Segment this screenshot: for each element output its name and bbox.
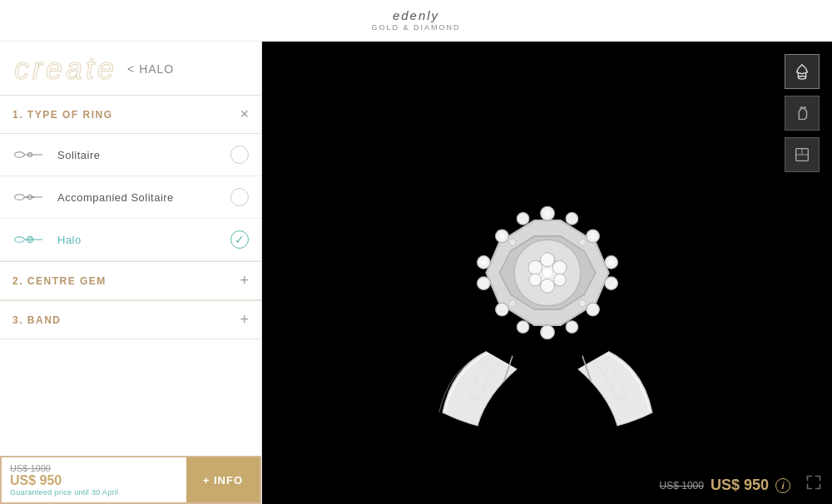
create-header: create < HALO — [0, 42, 261, 95]
close-icon: × — [240, 106, 249, 123]
svg-point-39 — [608, 259, 613, 264]
logo-sub: gold & diamond — [371, 23, 460, 32]
svg-point-20 — [604, 277, 617, 290]
svg-point-3 — [15, 195, 25, 200]
halo-radio[interactable]: ✓ — [230, 230, 249, 249]
ring-options: Solitaire Accompanied Solitaire — [0, 134, 261, 261]
price-info: US$ 1000 US$ 950 Guaranteed price until … — [2, 457, 186, 502]
right-panel: US$ 1000 US$ 950 i — [262, 42, 832, 504]
ring-option-accompanied[interactable]: Accompanied Solitaire — [0, 176, 261, 219]
svg-point-21 — [495, 303, 508, 316]
svg-point-6 — [26, 196, 27, 198]
svg-point-43 — [578, 300, 585, 307]
svg-point-0 — [15, 152, 25, 158]
svg-point-28 — [527, 260, 542, 274]
svg-point-40 — [508, 239, 515, 245]
main-content: create < HALO 1. TYPE OF RING × Solitair… — [0, 42, 832, 504]
left-panel: create < HALO 1. TYPE OF RING × Solitair… — [0, 42, 262, 504]
bottom-price-right: US$ 1000 US$ 950 i — [660, 477, 790, 494]
back-label[interactable]: < HALO — [127, 62, 174, 76]
svg-point-38 — [481, 259, 486, 264]
ring-option-halo[interactable]: Halo ✓ — [0, 219, 261, 261]
ring-display — [262, 42, 832, 504]
svg-point-22 — [586, 303, 599, 316]
svg-point-13 — [517, 213, 529, 225]
create-title: create — [12, 50, 119, 88]
svg-point-23 — [517, 321, 529, 334]
info-circle-icon[interactable]: i — [775, 478, 790, 493]
spacer — [0, 339, 261, 456]
section-centre-gem[interactable]: 2. CENTRE GEM + — [0, 261, 261, 300]
hand-view-icon[interactable] — [785, 96, 820, 131]
svg-point-42 — [508, 300, 515, 307]
plus-icon-band: + — [240, 311, 249, 329]
expand-icon[interactable] — [805, 474, 822, 494]
box-view-icon[interactable] — [785, 137, 820, 172]
svg-point-34 — [542, 268, 552, 279]
header: edenly gold & diamond — [0, 0, 832, 42]
svg-point-14 — [566, 213, 578, 225]
section-1-title: 1. TYPE OF RING — [12, 109, 113, 121]
accompanied-radio[interactable] — [230, 188, 249, 206]
section-2-title: 2. CENTRE GEM — [12, 275, 106, 287]
price-bar: US$ 1000 US$ 950 Guaranteed price until … — [0, 456, 261, 504]
logo: edenly gold & diamond — [371, 8, 460, 32]
ring-option-solitaire[interactable]: Solitaire — [0, 134, 261, 176]
accompanied-label: Accompanied Solitaire — [57, 191, 174, 204]
svg-point-31 — [540, 279, 554, 293]
svg-point-29 — [552, 260, 567, 274]
halo-label: Halo — [57, 234, 82, 246]
svg-point-25 — [540, 325, 554, 339]
accompanied-ring-icon — [12, 189, 47, 205]
svg-point-36 — [499, 234, 504, 239]
info-button[interactable]: + INFO — [186, 457, 260, 502]
svg-point-30 — [540, 253, 554, 267]
svg-point-44 — [798, 77, 805, 80]
svg-point-35 — [544, 210, 549, 215]
svg-point-8 — [15, 237, 25, 243]
price-current: US$ 950 — [10, 473, 178, 488]
logo-name: edenly — [371, 8, 460, 23]
ring-svg — [348, 98, 747, 447]
right-price-original: US$ 1000 — [660, 480, 704, 492]
svg-point-33 — [553, 274, 566, 286]
halo-ring-icon — [12, 231, 47, 248]
solitaire-radio[interactable] — [230, 146, 249, 164]
section-band[interactable]: 3. BAND + — [0, 300, 261, 339]
plus-icon-gem: + — [240, 272, 249, 289]
ring-view-icon[interactable] — [785, 54, 820, 89]
svg-point-24 — [566, 321, 578, 334]
svg-point-7 — [32, 196, 34, 198]
price-guarantee: Guaranteed price until 30 April — [10, 488, 178, 497]
svg-point-32 — [528, 274, 541, 286]
svg-point-37 — [590, 234, 595, 239]
section-3-title: 3. BAND — [12, 314, 62, 326]
svg-point-41 — [578, 239, 585, 245]
view-icons — [785, 54, 820, 172]
right-price-current: US$ 950 — [711, 477, 769, 494]
solitaire-ring-icon — [12, 146, 47, 163]
price-original: US$ 1000 — [10, 463, 178, 473]
solitaire-label: Solitaire — [57, 149, 100, 161]
svg-point-19 — [477, 277, 490, 290]
section-type-of-ring[interactable]: 1. TYPE OF RING × — [0, 95, 261, 134]
